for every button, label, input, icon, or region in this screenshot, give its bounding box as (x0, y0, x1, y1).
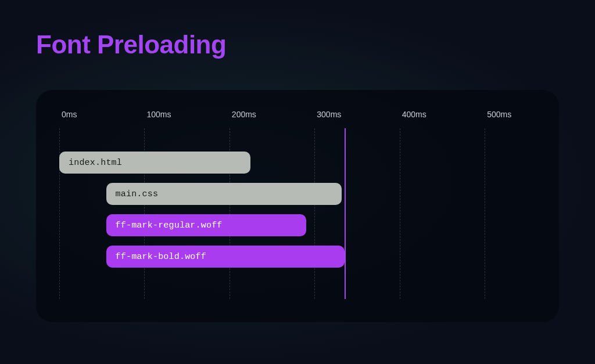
timeline-panel: 0ms100ms200ms300ms400ms500ms index.htmlm… (36, 90, 559, 322)
resource-bar: index.html (59, 152, 250, 174)
tick-label: 0ms (62, 110, 77, 119)
tick-label: 300ms (317, 110, 341, 119)
tick-line (485, 128, 485, 299)
resource-bar: ff-mark-bold.woff (106, 246, 345, 268)
tick-line (314, 128, 315, 299)
tick-label: 200ms (232, 110, 256, 119)
tick-label: 100ms (146, 110, 171, 119)
page-title: Font Preloading (36, 30, 226, 59)
resource-label: ff-mark-bold.woff (116, 252, 206, 262)
timeline-container: 0ms100ms200ms300ms400ms500ms index.htmlm… (59, 110, 536, 299)
tick-label: 500ms (487, 110, 511, 119)
resource-bar: main.css (106, 183, 342, 205)
resource-label: index.html (69, 158, 122, 168)
tick-line (400, 128, 400, 299)
tick-label: 400ms (402, 110, 426, 119)
resource-label: ff-mark-regular.woff (116, 221, 223, 230)
completion-marker (345, 128, 346, 299)
resource-label: main.css (116, 189, 159, 199)
resource-bar: ff-mark-regular.woff (106, 214, 306, 236)
